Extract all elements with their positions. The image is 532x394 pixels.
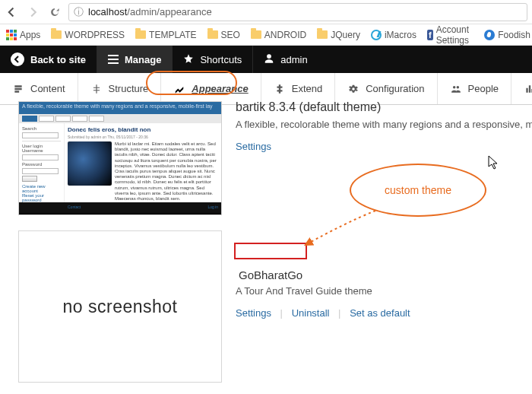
preview-label: Username [22, 148, 61, 153]
people-icon [450, 83, 462, 95]
tab-structure[interactable]: Structure [78, 73, 162, 104]
tab-label: Extend [292, 83, 322, 94]
bookmark-label: iMacros [385, 30, 416, 40]
bookmark-link[interactable]: Foodish [484, 30, 530, 40]
reports-icon [524, 83, 532, 95]
theme-description: A flexible, recolorable theme with many … [236, 119, 532, 130]
uninstall-link[interactable]: Uninstall [292, 307, 330, 319]
preview-article-title: Donec felis eros, blandit non [68, 126, 218, 133]
admin-user-button[interactable]: admin [253, 46, 318, 73]
configuration-icon [347, 83, 359, 95]
folder-icon [317, 30, 328, 39]
drupal-icon [484, 30, 495, 40]
theme-title-custom: GoBharatGo [236, 268, 306, 282]
reload-icon[interactable] [47, 5, 62, 20]
preview-link: Create new account [22, 184, 61, 193]
preview-label: Password [22, 162, 61, 167]
theme-screenshot-placeholder: no screenshot [18, 230, 222, 383]
settings-link[interactable]: Settings [236, 141, 271, 152]
bookmark-folder[interactable]: JQuery [317, 30, 360, 40]
apps-button[interactable]: Apps [6, 30, 40, 40]
bookmark-label: JQuery [331, 30, 360, 40]
nav-forward-icon [26, 5, 41, 20]
appearance-icon [173, 83, 185, 95]
tab-label: Appearance [192, 83, 248, 94]
folder-icon [207, 30, 218, 39]
bookmark-folder[interactable]: TEMPLATE [135, 30, 196, 40]
theme-description: A Tour And Travel Guide theme [236, 285, 532, 297]
admin-user-label: admin [280, 54, 307, 65]
tab-appearance[interactable]: Appearance [161, 73, 261, 104]
theme-screenshot-bartik: A flexible, recolorable theme with many … [18, 101, 222, 215]
address-bar[interactable]: ⓘ localhost/admin/appearance [68, 3, 527, 21]
preview-link: Contact [68, 205, 81, 209]
settings-link[interactable]: Settings [236, 307, 271, 319]
star-icon [183, 53, 194, 66]
bookmark-label: WORDPRESS [65, 30, 125, 40]
bookmark-link[interactable]: fAccount Settings [427, 24, 473, 46]
browser-nav-bar: ⓘ localhost/admin/appearance [0, 0, 532, 24]
no-screenshot-label: no screenshot [63, 297, 178, 317]
tab-label: People [468, 83, 499, 94]
back-arrow-icon [11, 52, 24, 66]
folder-icon [135, 30, 146, 39]
nav-back-icon[interactable] [5, 5, 20, 20]
tab-reports[interactable]: Reports [511, 73, 532, 104]
admin-toolbar: Back to site Manage Shortcuts admin [0, 46, 532, 73]
tab-label: Configuration [366, 83, 424, 94]
apps-icon [6, 30, 17, 40]
user-icon [264, 53, 274, 66]
bookmark-label: TEMPLATE [149, 30, 196, 40]
tab-configuration[interactable]: Configuration [335, 73, 437, 104]
extend-icon [274, 83, 286, 95]
preview-text: Morbi id laclar mi. Etiam sodales velit … [115, 141, 218, 202]
imacros-icon [371, 30, 382, 40]
set-default-link[interactable]: Set as default [350, 307, 410, 319]
separator: | [280, 307, 283, 319]
facebook-icon: f [427, 30, 433, 40]
manage-label: Manage [125, 54, 161, 65]
theme-operations: Settings [236, 141, 532, 152]
bookmark-folder[interactable]: SEO [207, 30, 240, 40]
shortcuts-button[interactable]: Shortcuts [173, 46, 253, 73]
theme-operations: Settings | Uninstall | Set as default [236, 307, 532, 319]
preview-link: Log in [207, 205, 218, 209]
back-to-site-button[interactable]: Back to site [0, 46, 97, 73]
bookmark-label: Account Settings [436, 24, 474, 46]
tab-content[interactable]: Content [0, 73, 78, 104]
bookmark-folder[interactable]: WORDPRESS [51, 30, 125, 40]
bookmark-label: Foodish [498, 30, 530, 40]
preview-label: Search [22, 126, 61, 131]
preview-image [68, 141, 112, 186]
bookmark-label: ANDROID [264, 30, 306, 40]
preview-link: Reset your password [22, 193, 61, 202]
bookmark-folder[interactable]: ANDROID [251, 30, 306, 40]
preview-menu [19, 114, 221, 123]
shortcuts-label: Shortcuts [200, 54, 242, 65]
tab-people[interactable]: People [438, 73, 511, 104]
bookmark-label: SEO [221, 30, 240, 40]
site-info-icon[interactable]: ⓘ [74, 5, 84, 19]
tab-label: Structure [109, 83, 149, 94]
preview-header: A flexible, recolorable theme with many … [19, 102, 221, 114]
folder-icon [51, 30, 62, 39]
structure-icon [90, 83, 103, 95]
tab-label: Content [30, 83, 65, 94]
bookmark-link[interactable]: iMacros [371, 30, 416, 40]
content-icon [12, 83, 24, 95]
separator: | [338, 307, 340, 319]
tab-extend[interactable]: Extend [261, 73, 335, 104]
folder-icon [251, 30, 261, 39]
menu-icon [108, 55, 119, 64]
url-text: localhost/admin/appearance [88, 6, 212, 17]
apps-label: Apps [20, 30, 40, 40]
bookmarks-bar: Apps WORDPRESS TEMPLATE SEO ANDROID JQue… [0, 24, 532, 46]
theme-title-bartik: bartik 8.3.4 (default theme) [236, 100, 532, 114]
back-to-site-label: Back to site [30, 54, 86, 65]
manage-button[interactable]: Manage [97, 46, 173, 73]
